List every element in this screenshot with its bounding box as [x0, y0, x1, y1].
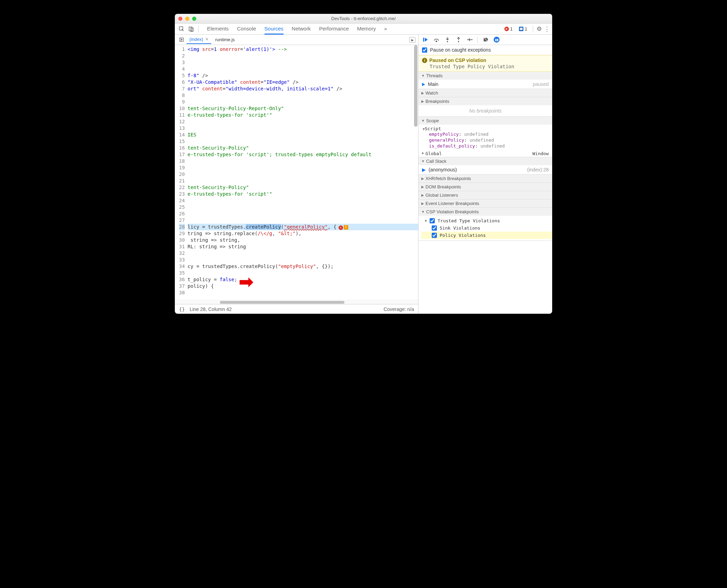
section-dom[interactable]: ▶DOM Breakpoints	[419, 183, 552, 191]
resume-icon[interactable]	[422, 37, 428, 43]
section-scope[interactable]: ▼Scope	[419, 117, 552, 125]
current-thread-icon: ▶	[422, 82, 425, 87]
coverage-status: Coverage: n/a	[384, 306, 414, 312]
error-icon: ✕	[504, 27, 509, 31]
separator	[198, 26, 199, 33]
scope-script-label[interactable]: Script	[425, 126, 441, 131]
inspect-icon[interactable]	[178, 25, 185, 33]
csp-checkbox-sink[interactable]	[432, 225, 437, 231]
section-breakpoints[interactable]: ▶Breakpoints	[419, 97, 552, 105]
banner-detail: Trusted Type Policy Violation	[430, 64, 549, 69]
settings-icon[interactable]: ⚙	[537, 25, 542, 33]
csp-item-policy[interactable]: Policy Violations	[421, 232, 552, 239]
step-over-icon[interactable]	[433, 37, 439, 42]
csp-item-sink[interactable]: Sink Violations	[421, 224, 552, 232]
pause-on-exceptions-icon[interactable]: ▮▮	[494, 37, 500, 43]
panel-tabs: Elements Console Sources Network Perform…	[207, 24, 387, 35]
svg-point-7	[458, 41, 459, 42]
step-icon[interactable]	[466, 37, 473, 42]
svg-point-6	[447, 41, 448, 42]
message-icon: 💬	[519, 27, 523, 31]
csp-checkbox-policy[interactable]	[432, 233, 437, 238]
annotation-arrow-icon: ➡	[239, 272, 253, 292]
separator	[477, 37, 478, 43]
section-callstack[interactable]: ▼Call Stack	[419, 157, 552, 165]
debugger-pane: ▮▮ Pause on caught exceptions iPaused on…	[418, 35, 552, 314]
scope-global[interactable]: ▶GlobalWindow	[419, 150, 552, 157]
step-into-icon[interactable]	[444, 37, 450, 43]
section-threads[interactable]: ▼Threads	[419, 72, 552, 80]
no-breakpoints-text: No breakpoints	[419, 105, 552, 116]
close-tab-icon[interactable]: ✕	[205, 37, 208, 42]
code-editor[interactable]: 1234567891011121314151617181920212223242…	[175, 45, 418, 300]
section-global-listeners[interactable]: ▶Global Listeners	[419, 191, 552, 199]
section-csp-breakpoints[interactable]: ▼CSP Violation Breakpoints	[419, 208, 552, 216]
step-out-icon[interactable]	[455, 37, 461, 43]
tab-console[interactable]: Console	[237, 24, 256, 35]
navigator-toggle-icon[interactable]	[178, 36, 185, 44]
file-tab-runtime[interactable]: runtime.js	[213, 36, 237, 44]
source-pane: (index)✕ runtime.js ▸ 123456789101112131…	[175, 35, 418, 314]
tab-sources[interactable]: Sources	[264, 24, 284, 35]
section-xhr[interactable]: ▶XHR/fetch Breakpoints	[419, 175, 552, 182]
file-tab-index[interactable]: (index)✕	[187, 35, 211, 44]
file-tab-bar: (index)✕ runtime.js ▸	[175, 35, 418, 45]
deactivate-breakpoints-icon[interactable]	[483, 37, 489, 43]
message-count[interactable]: 💬1	[517, 26, 529, 32]
csp-checkbox-root[interactable]	[430, 218, 435, 223]
section-watch[interactable]: ▶Watch	[419, 89, 552, 97]
svg-point-8	[471, 39, 473, 41]
device-toggle-icon[interactable]	[187, 25, 195, 33]
devtools-window: DevTools - tt-enforced.glitch.me/ Elemen…	[175, 14, 552, 314]
paused-banner: iPaused on CSP violation Trusted Type Po…	[419, 55, 552, 72]
tab-memory[interactable]: Memory	[357, 24, 376, 35]
cursor-position: Line 28, Column 42	[190, 306, 232, 312]
vertical-scrollbar[interactable]	[413, 45, 418, 300]
titlebar: DevTools - tt-enforced.glitch.me/	[175, 14, 552, 24]
info-icon: i	[422, 58, 427, 63]
more-menu-icon[interactable]: ⋮	[544, 25, 549, 33]
svg-rect-4	[423, 38, 424, 42]
main-toolbar: Elements Console Sources Network Perform…	[175, 24, 552, 35]
thread-main[interactable]: ▶Mainpaused	[419, 80, 552, 89]
section-event-breakpoints[interactable]: ▶Event Listener Breakpoints	[419, 199, 552, 207]
format-icon[interactable]: {}	[179, 306, 185, 312]
code-content[interactable]: <img src=1 onerror='alert(1)'> --> f-8" …	[188, 45, 418, 300]
separator	[533, 26, 533, 33]
svg-point-5	[436, 41, 437, 42]
tab-network[interactable]: Network	[292, 24, 311, 35]
window-title: DevTools - tt-enforced.glitch.me/	[175, 16, 552, 21]
pause-caught-checkbox[interactable]	[422, 47, 427, 53]
tab-elements[interactable]: Elements	[207, 24, 229, 35]
tab-performance[interactable]: Performance	[319, 24, 349, 35]
run-snippet-icon[interactable]: ▸	[409, 37, 415, 43]
stack-frame[interactable]: ▶(anonymous)(index):28	[419, 165, 552, 174]
debug-toolbar: ▮▮	[419, 35, 552, 45]
pause-caught-row: Pause on caught exceptions	[419, 45, 552, 55]
tab-more[interactable]: »	[384, 24, 387, 35]
line-gutter: 1234567891011121314151617181920212223242…	[175, 45, 188, 300]
current-frame-icon: ▶	[422, 167, 426, 172]
status-bar: {} Line 28, Column 42 Coverage: n/a	[175, 304, 418, 314]
csp-item-trusted-types[interactable]: ▼Trusted Type Violations	[421, 217, 552, 224]
horizontal-scrollbar[interactable]	[175, 300, 418, 304]
error-count[interactable]: ✕1	[502, 26, 515, 32]
